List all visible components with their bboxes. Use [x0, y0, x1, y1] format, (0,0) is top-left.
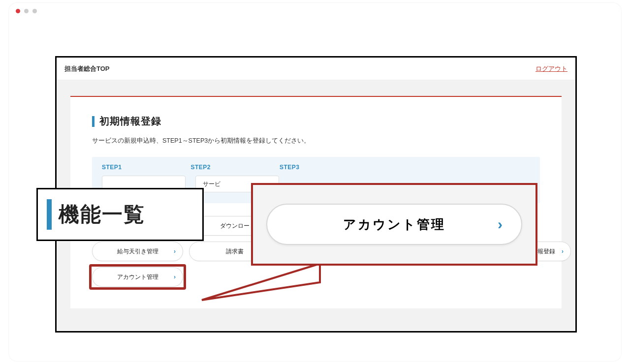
close-dot[interactable]: [16, 9, 20, 13]
section-title-text: 初期情報登録: [99, 115, 161, 128]
big-account-button[interactable]: アカウント管理 ›: [266, 204, 522, 245]
chevron-right-icon: ›: [562, 248, 564, 255]
step1-label: STEP1: [102, 164, 122, 171]
btn-label: 給与天引き管理: [117, 247, 158, 256]
min-dot[interactable]: [24, 9, 29, 13]
callout-account-mgmt: アカウント管理 ›: [251, 183, 537, 266]
big-account-label: アカウント管理: [343, 216, 445, 233]
step3-label: STEP3: [280, 164, 300, 171]
page-header: 担当者総合TOP ログアウト: [57, 58, 575, 80]
step-labels: STEP1 STEP2 STEP3: [102, 164, 530, 171]
btn-label: 請求書: [226, 247, 244, 256]
section-title: 初期情報登録: [92, 115, 540, 128]
title-bar-icon: [47, 199, 52, 230]
chevron-right-icon: ›: [174, 248, 176, 255]
chevron-right-icon: ›: [174, 273, 176, 280]
page-title: 担当者総合TOP: [64, 64, 110, 73]
max-dot[interactable]: [32, 9, 37, 13]
btn-label: アカウント管理: [117, 273, 158, 281]
step2-label: STEP2: [191, 164, 211, 171]
btn-label: ダウンロー: [220, 222, 250, 230]
logout-link[interactable]: ログアウト: [536, 64, 567, 73]
btn-account-mgmt[interactable]: アカウント管理 ›: [92, 267, 183, 287]
section-help: サービスの新規申込時、STEP1～STEP3から初期情報を登録してください。: [92, 137, 540, 145]
window-controls: [16, 9, 37, 13]
chevron-right-icon: ›: [498, 216, 503, 233]
callout-features: 機能一覧: [36, 188, 204, 241]
title-bar-icon: [92, 116, 94, 127]
btn-payroll-deduction[interactable]: 給与天引き管理 ›: [92, 242, 183, 261]
callout-features-text: 機能一覧: [59, 201, 145, 228]
